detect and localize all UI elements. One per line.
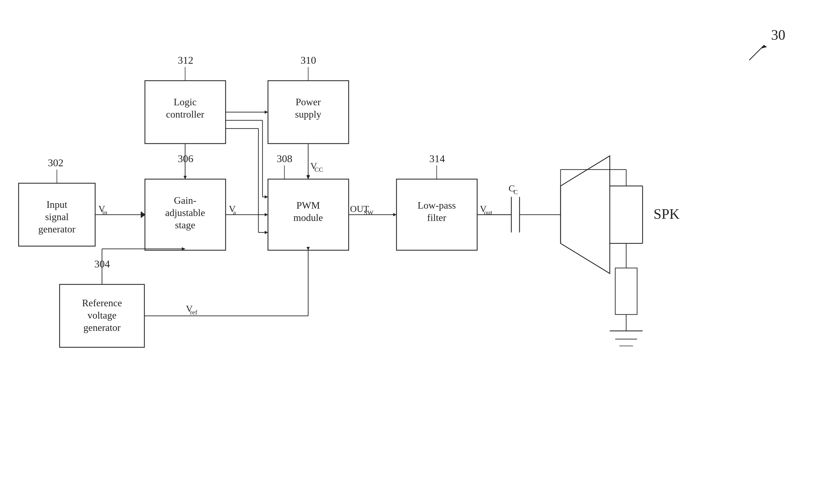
- svg-text:stage: stage: [175, 220, 195, 231]
- svg-text:Logic: Logic: [174, 96, 197, 108]
- svg-text:ref: ref: [190, 309, 197, 316]
- svg-text:controller: controller: [166, 109, 204, 120]
- diagram-container: 30 Input signal generator 302 Reference …: [0, 0, 834, 504]
- svg-text:generator: generator: [83, 322, 120, 333]
- svg-text:generator: generator: [38, 224, 75, 235]
- input-signal-gen-label: Input: [46, 199, 67, 210]
- svg-text:C: C: [513, 189, 518, 196]
- figure-number: 30: [771, 27, 785, 43]
- svg-text:Power: Power: [295, 96, 321, 108]
- num-306: 306: [178, 153, 193, 165]
- svg-rect-77: [615, 268, 637, 314]
- svg-text:Low-pass: Low-pass: [418, 200, 456, 211]
- svg-text:Gain-: Gain-: [174, 195, 196, 206]
- svg-marker-43: [265, 110, 268, 114]
- svg-text:supply: supply: [295, 109, 321, 120]
- spk-label: SPK: [654, 206, 680, 222]
- svg-text:SW: SW: [364, 209, 374, 216]
- svg-marker-51: [265, 231, 268, 234]
- svg-text:adjustable: adjustable: [165, 207, 205, 218]
- num-314: 314: [429, 153, 445, 165]
- svg-text:signal: signal: [45, 212, 69, 222]
- num-302: 302: [48, 157, 63, 169]
- svg-marker-34: [393, 213, 396, 216]
- num-310: 310: [301, 54, 316, 66]
- svg-marker-72: [561, 156, 610, 273]
- svg-marker-30: [265, 213, 268, 216]
- svg-text:PWM: PWM: [297, 200, 320, 211]
- svg-marker-56: [307, 175, 310, 179]
- svg-text:a: a: [233, 209, 236, 216]
- svg-marker-1: [761, 45, 767, 49]
- svg-text:Reference: Reference: [82, 298, 122, 308]
- svg-text:module: module: [293, 212, 323, 223]
- svg-text:voltage: voltage: [88, 310, 116, 321]
- num-308: 308: [277, 153, 292, 165]
- num-312: 312: [178, 54, 193, 66]
- svg-text:CC: CC: [314, 166, 323, 173]
- svg-text:filter: filter: [427, 212, 446, 223]
- svg-text:in: in: [102, 209, 107, 216]
- diagram-svg: 30 Input signal generator 302 Reference …: [0, 0, 834, 504]
- svg-marker-47: [265, 195, 268, 199]
- svg-marker-41: [183, 176, 187, 179]
